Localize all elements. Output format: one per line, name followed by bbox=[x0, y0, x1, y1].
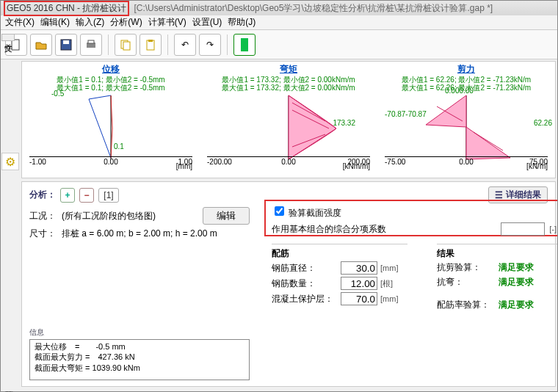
chart-shear: 剪力 最小值1 = 62.26; 最小值2 = -71.23kN/m 最大值1 … bbox=[377, 62, 555, 178]
num-unit: [根] bbox=[380, 278, 393, 289]
svg-rect-8 bbox=[148, 40, 153, 42]
axis-tick: -200.00 bbox=[207, 158, 232, 166]
info-list: 最大位移 = -0.5 mm 截面最大剪力 = 427.36 kN 截面最大弯矩… bbox=[29, 339, 250, 380]
menu-help[interactable]: 帮助(J) bbox=[228, 16, 256, 29]
section-check-box: 验算截面强度 作用基本组合的综合分项系数 [-] bbox=[264, 200, 558, 236]
info-l1: 最大位移 = -0.5 mm bbox=[35, 341, 244, 352]
svg-rect-4 bbox=[88, 40, 94, 43]
panel-title: 分析： bbox=[29, 189, 56, 201]
coef-unit: [-] bbox=[549, 225, 557, 233]
menu-calc[interactable]: 计算书(V) bbox=[148, 16, 186, 29]
menu-file[interactable]: 文件(X) bbox=[5, 16, 35, 29]
num-input[interactable] bbox=[341, 277, 377, 290]
chart-displacement: 位移 最小值1 = 0.1; 最小值2 = -0.5mm 最大值1 = 0.1;… bbox=[22, 62, 200, 178]
check-input[interactable] bbox=[275, 206, 284, 216]
toolbar-separator bbox=[167, 35, 168, 55]
index-button[interactable]: [1] bbox=[98, 188, 119, 203]
r1-label: 抗剪验算： bbox=[437, 261, 496, 274]
menu-settings[interactable]: 设置(U) bbox=[192, 16, 222, 29]
check-label: 验算截面强度 bbox=[289, 208, 341, 218]
dia-input[interactable] bbox=[341, 261, 377, 275]
axis-unit: [kNm/m] bbox=[343, 162, 370, 170]
coef-input[interactable] bbox=[501, 222, 545, 236]
chart-sub1: 最小值1 = 173.32; 最小值2 = 0.00kNm/m bbox=[200, 76, 377, 84]
val-label: -70.87-70.87 bbox=[385, 110, 427, 118]
add-button[interactable]: + bbox=[60, 188, 75, 203]
save-button[interactable] bbox=[55, 34, 77, 56]
redo-button[interactable]: ↷ bbox=[199, 34, 221, 56]
delete-button[interactable]: − bbox=[79, 188, 94, 203]
svg-rect-2 bbox=[63, 40, 69, 44]
cov-input[interactable] bbox=[341, 292, 377, 305]
axis-line bbox=[207, 156, 370, 157]
svg-rect-6 bbox=[123, 42, 130, 50]
chart-sub2: 最大值1 = 0.1; 最大值2 = -0.5mm bbox=[22, 84, 200, 92]
chart-title: 弯矩 bbox=[200, 63, 377, 76]
r3-label: 配筋率验算： bbox=[437, 299, 496, 311]
section-check-checkbox[interactable]: 验算截面强度 bbox=[272, 204, 557, 219]
size-value: 排桩 a = 6.00 m; b = 2.00 m; h = 2.00 m bbox=[62, 228, 217, 240]
left-column: 工况： (所有工况阶段的包络图) 编辑 尺寸： 排桩 a = 6.00 m; b… bbox=[29, 207, 250, 243]
toolbar-separator bbox=[227, 35, 228, 55]
r3-ok: 满足要求 bbox=[499, 299, 534, 311]
coef-label: 作用基本组合的综合分项系数 bbox=[272, 223, 386, 236]
axis-line bbox=[385, 156, 548, 157]
dia-label: 钢筋直径： bbox=[272, 262, 338, 275]
print-button[interactable] bbox=[80, 34, 102, 56]
app-title: GEO5 2016 CHN - 抗滑桩设计 bbox=[4, 1, 129, 16]
val-label: 0.1 bbox=[114, 142, 124, 150]
chart-moment: 弯矩 最小值1 = 173.32; 最小值2 = 0.00kNm/m 最大值1 … bbox=[200, 62, 377, 178]
info-box: 信息 最大位移 = -0.5 mm 截面最大剪力 = 427.36 kN 截面最… bbox=[29, 327, 250, 380]
chart-title: 剪力 bbox=[377, 63, 555, 76]
chart-sub1: 最小值1 = 0.1; 最小值2 = -0.5mm bbox=[22, 76, 200, 84]
menu-analyze[interactable]: 分析(W) bbox=[110, 16, 142, 29]
toolbar: ↶ ↷ bbox=[1, 30, 557, 59]
bottom-panel: 分析： + − [1] ☰ 详细结果 工况： (所有工况阶段的包络图) 编辑 尺… bbox=[21, 181, 556, 387]
cov-unit: [mm] bbox=[380, 294, 398, 303]
copy-button[interactable] bbox=[115, 34, 137, 56]
toolbar-separator bbox=[108, 35, 109, 55]
svg-rect-9 bbox=[241, 38, 248, 51]
chart-sub2: 最大值1 = 173.32; 最大值2 = 0.00kNm/m bbox=[200, 84, 377, 92]
val-label: 173.32 bbox=[333, 119, 355, 127]
chart-sub1: 最小值1 = 62.26; 最小值2 = -71.23kN/m bbox=[377, 76, 555, 84]
menu-bar: 文件(X) 编辑(K) 输入(Z) 分析(W) 计算书(V) 设置(U) 帮助(… bbox=[1, 15, 557, 30]
axis-tick: -75.00 bbox=[385, 158, 405, 166]
axis-unit: [kN/m] bbox=[526, 162, 548, 170]
menu-edit[interactable]: 编辑(K) bbox=[40, 16, 70, 29]
menu-input[interactable]: 输入(Z) bbox=[76, 16, 104, 29]
axis-tick: 0.00 bbox=[459, 158, 473, 166]
edit-button[interactable]: 编辑 bbox=[203, 207, 250, 225]
gear-icon[interactable]: ⚙ bbox=[1, 153, 19, 170]
r2-ok: 满足要求 bbox=[499, 276, 534, 288]
file-path: [C:\Users\Administrator\Desktop\Geo5学习\边… bbox=[134, 2, 493, 15]
paste-button[interactable] bbox=[140, 34, 162, 56]
info-l3: 截面最大弯矩 = 1039.90 kNm bbox=[35, 363, 244, 373]
chart-svg bbox=[377, 92, 555, 165]
result-title: 结果 bbox=[437, 244, 558, 260]
axis-tick: 0.00 bbox=[104, 158, 117, 166]
chart-svg bbox=[200, 92, 377, 165]
side-tab-file[interactable]: 文件 bbox=[1, 34, 15, 41]
list-icon: ☰ bbox=[495, 190, 503, 200]
title-bar: GEO5 2016 CHN - 抗滑桩设计 [C:\Users\Administ… bbox=[1, 1, 557, 15]
run-button[interactable] bbox=[233, 34, 256, 56]
cond-label: 工况： bbox=[29, 210, 56, 222]
r1-ok: 满足要求 bbox=[499, 261, 534, 274]
info-l2: 截面最大剪力 = 427.36 kN bbox=[35, 352, 244, 362]
axis-line bbox=[29, 156, 192, 157]
side-tab-section[interactable]: 截面验算 bbox=[1, 380, 15, 389]
rebar-results-section: 配筋 钢筋直径： [mm] 钢筋数量： [根] 混凝土保护层： [mm] bbox=[272, 241, 558, 313]
val-label: 62.26 bbox=[534, 119, 552, 127]
axis-tick: 0.00 bbox=[281, 158, 295, 166]
dia-unit: [mm] bbox=[380, 264, 398, 272]
num-label: 钢筋数量： bbox=[272, 277, 338, 290]
val-label: -0.5 bbox=[51, 90, 64, 98]
open-button[interactable] bbox=[30, 34, 52, 56]
undo-button[interactable]: ↶ bbox=[174, 34, 196, 56]
axis-unit: [mm] bbox=[176, 162, 192, 170]
size-label: 尺寸： bbox=[29, 228, 56, 240]
axis-tick: -1.00 bbox=[29, 158, 46, 166]
info-title: 信息 bbox=[29, 327, 250, 338]
chart-svg bbox=[22, 92, 200, 165]
